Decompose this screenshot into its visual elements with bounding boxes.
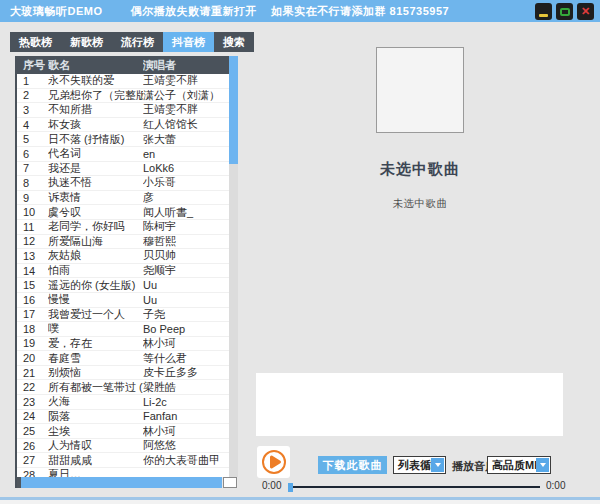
cell-num: 5 bbox=[17, 133, 48, 145]
cell-num: 21 bbox=[17, 367, 48, 379]
cell-singer: LoKk6 bbox=[143, 162, 229, 174]
cell-singer: 林小珂 bbox=[143, 424, 229, 439]
close-icon: ✕ bbox=[581, 6, 590, 17]
cell-singer: Bo Peep bbox=[143, 323, 229, 335]
cell-song: 所爱隔山海 bbox=[48, 234, 143, 249]
table-row[interactable]: 22所有都被一笔带过 (...梁胜皓 bbox=[17, 380, 229, 395]
table-row[interactable]: 16慢慢Uu bbox=[17, 293, 229, 308]
table-row[interactable]: 23火海Li-2c bbox=[17, 395, 229, 410]
cell-singer: 彦 bbox=[143, 190, 229, 205]
cell-song: 别烦恼 bbox=[48, 365, 143, 380]
maximize-button[interactable] bbox=[556, 3, 573, 20]
chart-tabs: 热歌榜新歌榜流行榜抖音榜搜索 bbox=[10, 32, 254, 52]
tab-2[interactable]: 新歌榜 bbox=[61, 32, 112, 52]
header-num: 序号 bbox=[17, 58, 48, 73]
seek-handle[interactable] bbox=[288, 483, 293, 492]
table-row[interactable]: 4坏女孩红人馆馆长 bbox=[17, 118, 229, 133]
table-row[interactable]: 10虞兮叹闻人听書_ bbox=[17, 205, 229, 220]
cell-num: 10 bbox=[17, 206, 48, 218]
table-row[interactable]: 12所爱隔山海穆哲熙 bbox=[17, 235, 229, 250]
horizontal-scrollbar[interactable] bbox=[17, 477, 238, 488]
table-row[interactable]: 7我还是LoKk6 bbox=[17, 162, 229, 177]
cell-singer: Fanfan bbox=[143, 410, 229, 422]
cell-singer: en bbox=[143, 148, 229, 160]
tab-3[interactable]: 流行榜 bbox=[112, 32, 163, 52]
cell-song: 火海 bbox=[48, 394, 143, 409]
close-button[interactable]: ✕ bbox=[577, 3, 594, 20]
cell-singer: 贝贝帅 bbox=[143, 248, 229, 263]
cell-num: 4 bbox=[17, 119, 48, 131]
table-row[interactable]: 15遥远的你 (女生版)Uu bbox=[17, 278, 229, 293]
table-row[interactable]: 18噗Bo Peep bbox=[17, 322, 229, 337]
time-current: 0:00 bbox=[262, 480, 281, 491]
cell-num: 2 bbox=[17, 89, 48, 101]
cell-song: 春庭雪 bbox=[48, 351, 143, 366]
cell-singer: 你的大表哥曲甲 bbox=[143, 453, 229, 468]
cell-song: 陨落 bbox=[48, 409, 143, 424]
cell-num: 3 bbox=[17, 104, 48, 116]
cell-song: 噗 bbox=[48, 321, 143, 336]
table-row[interactable]: 28夏日…… bbox=[17, 468, 229, 477]
table-row[interactable]: 27甜甜咸咸你的大表哥曲甲 bbox=[17, 453, 229, 468]
vertical-scrollbar[interactable] bbox=[229, 56, 238, 477]
table-row[interactable]: 1永不失联的爱王靖雯不胖 bbox=[17, 74, 229, 89]
cell-num: 1 bbox=[17, 75, 48, 87]
chevron-down-icon[interactable] bbox=[536, 458, 549, 472]
cell-song: 虞兮叹 bbox=[48, 205, 143, 220]
table-row[interactable]: 24陨落Fanfan bbox=[17, 410, 229, 425]
lyrics-box bbox=[256, 373, 563, 436]
cell-song: 日不落 (抒情版) bbox=[48, 132, 143, 147]
table-row[interactable]: 19爱，存在林小珂 bbox=[17, 337, 229, 352]
cell-singer: 梁胜皓 bbox=[143, 380, 229, 395]
table-row[interactable]: 25尘埃林小珂 bbox=[17, 424, 229, 439]
cell-num: 28 bbox=[17, 469, 48, 477]
table-row[interactable]: 2兄弟想你了（完整版...潇公子（刘潇） bbox=[17, 89, 229, 104]
quality-select[interactable]: 高品质MP3 bbox=[487, 456, 551, 474]
table-row[interactable]: 14怕雨尧顺宇 bbox=[17, 264, 229, 279]
tab-5[interactable]: 搜索 bbox=[214, 32, 254, 52]
download-song-button[interactable]: 下载此歌曲 bbox=[318, 456, 387, 474]
vertical-scrollbar-thumb[interactable] bbox=[229, 56, 238, 164]
loop-mode-select[interactable]: 列表循环 bbox=[393, 456, 446, 474]
minimize-button[interactable] bbox=[535, 3, 552, 20]
cell-singer: Li-2c bbox=[143, 396, 229, 408]
play-button[interactable] bbox=[257, 446, 290, 478]
table-row[interactable]: 6代名词en bbox=[17, 147, 229, 162]
cell-singer: 小乐哥 bbox=[143, 175, 229, 190]
seek-bar[interactable] bbox=[288, 486, 540, 488]
cell-num: 12 bbox=[17, 235, 48, 247]
app-title: 大玻璃畅听DEMO bbox=[10, 4, 103, 19]
cell-num: 16 bbox=[17, 294, 48, 306]
table-row[interactable]: 21别烦恼皮卡丘多多 bbox=[17, 366, 229, 381]
cell-num: 23 bbox=[17, 396, 48, 408]
table-body: 1永不失联的爱王靖雯不胖2兄弟想你了（完整版...潇公子（刘潇）3不知所措王靖雯… bbox=[17, 74, 229, 477]
cell-num: 6 bbox=[17, 148, 48, 160]
table-row[interactable]: 3不知所措王靖雯不胖 bbox=[17, 103, 229, 118]
table-row[interactable]: 8执迷不悟小乐哥 bbox=[17, 176, 229, 191]
cell-song: 慢慢 bbox=[48, 292, 143, 307]
time-total: 0:00 bbox=[546, 480, 565, 491]
song-table: 序号 歌名 演唱者 1永不失联的爱王靖雯不胖2兄弟想你了（完整版...潇公子（刘… bbox=[15, 56, 238, 488]
table-row[interactable]: 5日不落 (抒情版)张大蕾 bbox=[17, 132, 229, 147]
cell-singer: 陈柯宇 bbox=[143, 219, 229, 234]
table-row[interactable]: 20春庭雪等什么君 bbox=[17, 351, 229, 366]
table-row[interactable]: 13灰姑娘贝贝帅 bbox=[17, 249, 229, 264]
table-row[interactable]: 11老同学，你好吗陈柯宇 bbox=[17, 220, 229, 235]
table-row[interactable]: 17我曾爱过一个人子尧 bbox=[17, 308, 229, 323]
tab-4[interactable]: 抖音榜 bbox=[163, 32, 214, 52]
titlebar-notice: 偶尔播放失败请重新打开 bbox=[131, 4, 258, 19]
tab-1[interactable]: 热歌榜 bbox=[10, 32, 61, 52]
cell-num: 15 bbox=[17, 279, 48, 291]
cell-singer: 王靖雯不胖 bbox=[143, 74, 229, 88]
chevron-down-icon[interactable] bbox=[431, 458, 444, 472]
cell-singer: 潇公子（刘潇） bbox=[143, 88, 229, 103]
cell-song: 爱，存在 bbox=[48, 336, 143, 351]
cell-song: 诉衷情 bbox=[48, 190, 143, 205]
cell-song: 怕雨 bbox=[48, 263, 143, 278]
horizontal-scrollbar-thumb[interactable] bbox=[21, 477, 222, 488]
table-row[interactable]: 26人为情叹阿悠悠 bbox=[17, 439, 229, 454]
cell-num: 9 bbox=[17, 192, 48, 204]
table-row[interactable]: 9诉衷情彦 bbox=[17, 191, 229, 206]
cell-song: 坏女孩 bbox=[48, 117, 143, 132]
cell-num: 22 bbox=[17, 381, 48, 393]
